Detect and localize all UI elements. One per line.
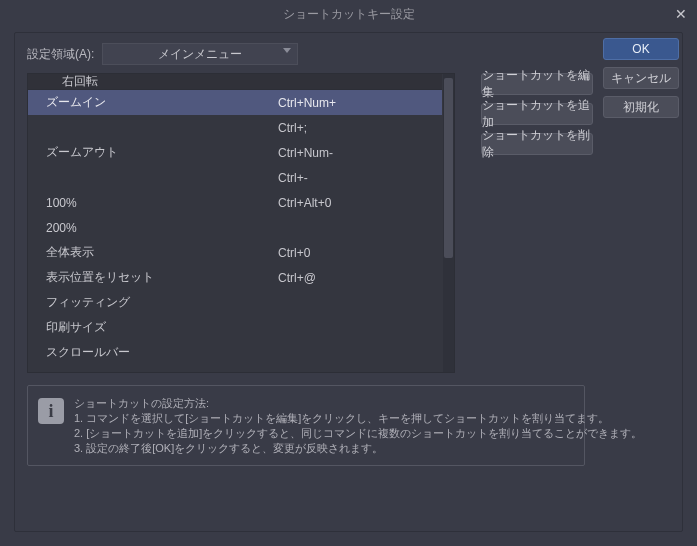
area-label: 設定領域(A): xyxy=(27,46,94,63)
command-name: 200% xyxy=(28,221,274,235)
scrollbar[interactable] xyxy=(443,74,454,372)
ok-button[interactable]: OK xyxy=(603,38,679,60)
cancel-button[interactable]: キャンセル xyxy=(603,67,679,89)
help-text: ショートカットの設定方法: 1. コマンドを選択して[ショートカットを編集]をク… xyxy=(74,396,642,455)
command-name: 表示位置をリセット xyxy=(28,269,274,286)
main-panel: 設定領域(A): メインメニュー 右回転ズームインCtrl+Num+Ctrl+;… xyxy=(14,32,683,532)
close-icon[interactable]: ✕ xyxy=(673,6,689,22)
command-name: 印刷サイズ xyxy=(28,319,274,336)
table-row[interactable]: スクロールバー xyxy=(28,340,442,365)
titlebar: ショートカットキー設定 ✕ xyxy=(0,0,697,28)
table-row[interactable]: 全体表示Ctrl+0 xyxy=(28,240,442,265)
table-row[interactable]: Ctrl+- xyxy=(28,165,442,190)
dialog-title: ショートカットキー設定 xyxy=(283,6,415,23)
shortcut-key: Ctrl+- xyxy=(274,171,442,185)
shortcut-list: 右回転ズームインCtrl+Num+Ctrl+;ズームアウトCtrl+Num-Ct… xyxy=(27,73,455,373)
table-row[interactable]: ズームインCtrl+Num+ xyxy=(28,90,442,115)
area-row: 設定領域(A): メインメニュー xyxy=(27,43,670,65)
area-select-value: メインメニュー xyxy=(158,46,242,63)
info-icon: i xyxy=(38,398,64,424)
delete-shortcut-button[interactable]: ショートカットを削除 xyxy=(481,133,593,155)
shortcut-key: Ctrl+; xyxy=(274,121,442,135)
table-row[interactable]: Ctrl+; xyxy=(28,115,442,140)
command-name: ズームアウト xyxy=(28,144,274,161)
chevron-down-icon xyxy=(283,48,291,53)
command-name: スクロールバー xyxy=(28,344,274,361)
area-select[interactable]: メインメニュー xyxy=(102,43,298,65)
shortcut-key: Ctrl+Num+ xyxy=(274,96,442,110)
command-name: 右回転 xyxy=(28,74,274,90)
help-box: i ショートカットの設定方法: 1. コマンドを選択して[ショートカットを編集]… xyxy=(27,385,585,466)
table-row[interactable]: 100%Ctrl+Alt+0 xyxy=(28,190,442,215)
command-name: ズームイン xyxy=(28,94,274,111)
command-name: フィッティング xyxy=(28,294,274,311)
shortcut-key: Ctrl+Num- xyxy=(274,146,442,160)
table-row[interactable]: 表示位置をリセットCtrl+@ xyxy=(28,265,442,290)
command-name: 全体表示 xyxy=(28,244,274,261)
shortcut-key: Ctrl+@ xyxy=(274,271,442,285)
reset-button[interactable]: 初期化 xyxy=(603,96,679,118)
add-shortcut-button[interactable]: ショートカットを追加 xyxy=(481,103,593,125)
command-name: 100% xyxy=(28,196,274,210)
shortcut-key: Ctrl+0 xyxy=(274,246,442,260)
table-row[interactable]: 200% xyxy=(28,215,442,240)
table-row[interactable]: フィッティング xyxy=(28,290,442,315)
table-row[interactable]: ズームアウトCtrl+Num- xyxy=(28,140,442,165)
table-row[interactable]: 印刷サイズ xyxy=(28,315,442,340)
shortcut-key: Ctrl+Alt+0 xyxy=(274,196,442,210)
scrollbar-thumb[interactable] xyxy=(444,78,453,258)
table-row[interactable]: 右回転 xyxy=(28,74,442,90)
edit-shortcut-button[interactable]: ショートカットを編集 xyxy=(481,73,593,95)
